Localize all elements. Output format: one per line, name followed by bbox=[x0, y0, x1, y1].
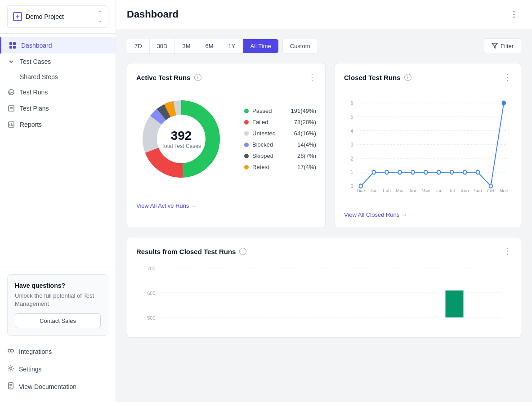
help-description: Unlock the full potential of Test Manage… bbox=[15, 292, 101, 308]
svg-point-4 bbox=[9, 89, 14, 95]
view-documentation-label: View Documentation bbox=[19, 383, 76, 390]
settings-label: Settings bbox=[19, 366, 42, 373]
main-content: Dashboard 7D 30D 3M 6M 1Y All Time Custo… bbox=[116, 0, 532, 402]
legend-dot-failed bbox=[244, 120, 249, 125]
svg-text:Nov: Nov bbox=[500, 188, 508, 192]
sidebar-item-test-cases-label: Test Cases bbox=[20, 58, 51, 65]
svg-text:6: 6 bbox=[351, 100, 353, 106]
svg-marker-22 bbox=[492, 43, 497, 48]
svg-text:600: 600 bbox=[147, 290, 155, 296]
svg-point-59 bbox=[398, 170, 401, 174]
filter-button[interactable]: Filter bbox=[484, 38, 521, 54]
svg-point-20 bbox=[514, 14, 515, 15]
contact-sales-button[interactable]: Contact Sales bbox=[15, 313, 101, 328]
legend-value-failed: 78(20%) bbox=[294, 119, 316, 125]
tab-1y[interactable]: 1Y bbox=[221, 39, 243, 53]
svg-text:May: May bbox=[421, 188, 430, 192]
svg-text:0: 0 bbox=[351, 183, 353, 189]
tab-custom[interactable]: Custom bbox=[282, 39, 318, 54]
tab-6m[interactable]: 6M bbox=[198, 39, 221, 53]
reports-icon bbox=[7, 121, 15, 129]
closed-test-runs-footer: View All Closed Runs → bbox=[344, 205, 512, 219]
legend-dot-retest bbox=[244, 165, 249, 170]
results-closed-title: Results from Closed Test Runs bbox=[136, 248, 236, 255]
svg-text:Oct: Oct bbox=[487, 188, 495, 192]
filter-icon bbox=[492, 42, 498, 50]
svg-text:500: 500 bbox=[147, 315, 155, 321]
donut-center: 392 Total Test Cases bbox=[161, 129, 201, 149]
page-title: Dashboard bbox=[127, 9, 179, 20]
sidebar-item-test-runs[interactable]: Test Runs bbox=[0, 84, 116, 100]
tab-30d[interactable]: 30D bbox=[150, 39, 175, 53]
project-name: Demo Project bbox=[26, 13, 64, 20]
sidebar-item-view-documentation[interactable]: View Documentation bbox=[7, 378, 108, 395]
legend-blocked: Blocked 14(4%) bbox=[244, 141, 316, 148]
sidebar-header: Demo Project ⌃⌄ bbox=[0, 0, 116, 34]
results-closed-header: Results from Closed Test Runs i ⋮ bbox=[136, 246, 512, 256]
sidebar-bottom-nav: Integrations Settings bbox=[7, 343, 108, 395]
active-test-runs-more-icon[interactable]: ⋮ bbox=[308, 72, 316, 82]
legend-value-blocked: 14(4%) bbox=[297, 141, 316, 148]
results-closed-more-icon[interactable]: ⋮ bbox=[504, 246, 512, 256]
svg-point-56 bbox=[359, 184, 362, 188]
legend-failed: Failed 78(20%) bbox=[244, 119, 316, 125]
closed-test-runs-chart: 0 1 2 3 4 5 6 7 Dec Jan Feb Mar bbox=[344, 89, 512, 197]
dashboard-icon bbox=[9, 41, 17, 49]
active-test-runs-info-icon[interactable]: i bbox=[194, 74, 201, 81]
legend-value-skipped: 28(7%) bbox=[297, 152, 316, 159]
legend-passed: Passed 191(49%) bbox=[244, 107, 316, 114]
sidebar: Demo Project ⌃⌄ Dashboard bbox=[0, 0, 116, 402]
time-tabs: 7D 30D 3M 6M 1Y All Time bbox=[127, 39, 279, 54]
legend-dot-passed bbox=[244, 109, 249, 113]
sidebar-item-test-plans[interactable]: Test Plans bbox=[0, 100, 116, 116]
sidebar-bottom: Have questions? Unlock the full potentia… bbox=[0, 267, 116, 402]
svg-text:Dec: Dec bbox=[357, 188, 365, 192]
svg-text:Feb: Feb bbox=[383, 188, 391, 192]
tab-3m[interactable]: 3M bbox=[175, 39, 198, 53]
svg-point-61 bbox=[424, 170, 427, 174]
integrations-label: Integrations bbox=[19, 348, 52, 355]
sidebar-item-shared-steps[interactable]: Shared Steps bbox=[0, 70, 116, 84]
svg-point-21 bbox=[514, 17, 515, 18]
donut-label: Total Test Cases bbox=[161, 143, 201, 149]
sidebar-item-settings[interactable]: Settings bbox=[7, 361, 108, 377]
sidebar-item-dashboard-label: Dashboard bbox=[21, 42, 108, 49]
svg-point-64 bbox=[463, 170, 466, 174]
legend-name-skipped: Skipped bbox=[252, 152, 273, 159]
sidebar-item-reports[interactable]: Reports bbox=[0, 116, 116, 133]
sidebar-item-integrations[interactable]: Integrations bbox=[7, 343, 108, 360]
active-test-runs-footer: View All Active Runs → bbox=[136, 196, 316, 210]
sidebar-item-dashboard[interactable]: Dashboard bbox=[0, 37, 116, 54]
svg-text:4: 4 bbox=[351, 128, 353, 134]
view-all-active-runs-link[interactable]: View All Active Runs → bbox=[136, 202, 197, 209]
closed-test-runs-more-icon[interactable]: ⋮ bbox=[504, 72, 512, 82]
view-all-closed-runs-link[interactable]: View All Closed Runs → bbox=[344, 211, 407, 218]
tab-7d[interactable]: 7D bbox=[127, 39, 150, 53]
svg-point-58 bbox=[385, 170, 388, 174]
legend-value-passed: 191(49%) bbox=[291, 107, 316, 114]
svg-rect-2 bbox=[9, 46, 12, 49]
more-options-button[interactable] bbox=[507, 7, 521, 22]
chevron-down-icon bbox=[7, 58, 15, 66]
svg-rect-74 bbox=[446, 290, 464, 317]
settings-icon bbox=[7, 365, 14, 373]
results-closed-info-icon[interactable]: i bbox=[239, 248, 246, 255]
svg-text:Jul: Jul bbox=[449, 188, 455, 192]
legend-name-blocked: Blocked bbox=[252, 141, 273, 148]
closed-test-runs-title: Closed Test Runs bbox=[344, 74, 401, 81]
project-icon bbox=[13, 12, 22, 21]
svg-text:5: 5 bbox=[351, 114, 353, 120]
sidebar-item-test-cases[interactable]: Test Cases bbox=[0, 54, 116, 70]
legend-value-retest: 17(4%) bbox=[297, 164, 316, 170]
legend-name-retest: Retest bbox=[252, 164, 269, 170]
legend-name-failed: Failed bbox=[252, 119, 268, 125]
project-selector[interactable]: Demo Project ⌃⌄ bbox=[7, 5, 108, 28]
tab-all-time[interactable]: All Time bbox=[243, 39, 278, 53]
docs-icon bbox=[7, 382, 14, 391]
closed-test-runs-info-icon[interactable]: i bbox=[404, 74, 411, 81]
svg-rect-1 bbox=[13, 42, 16, 45]
filter-bar: 7D 30D 3M 6M 1Y All Time Custom Filter bbox=[127, 38, 521, 54]
test-runs-icon bbox=[7, 88, 15, 96]
results-closed-card: Results from Closed Test Runs i ⋮ 700 60… bbox=[127, 237, 521, 338]
legend-retest: Retest 17(4%) bbox=[244, 164, 316, 170]
